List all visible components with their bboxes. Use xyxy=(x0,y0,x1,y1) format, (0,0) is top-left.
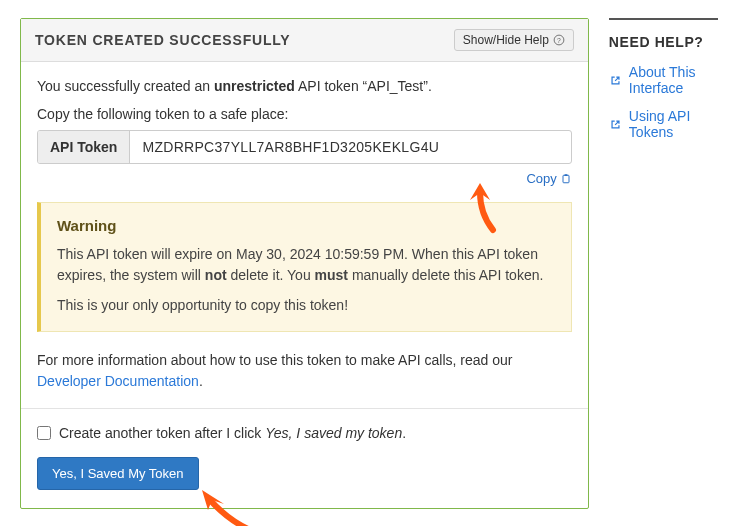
clipboard-icon xyxy=(560,173,572,185)
warning-text-1: This API token will expire on May 30, 20… xyxy=(57,244,555,285)
create-another-label[interactable]: Create another token after I click Yes, … xyxy=(59,425,406,441)
divider xyxy=(21,408,588,409)
sidebar-link-label: About This Interface xyxy=(629,64,718,96)
external-link-icon xyxy=(609,74,622,87)
external-link-icon xyxy=(609,118,622,131)
sidebar-link-about-interface[interactable]: About This Interface xyxy=(609,64,718,96)
show-hide-help-button[interactable]: Show/Hide Help ? xyxy=(454,29,574,51)
developer-documentation-link[interactable]: Developer Documentation xyxy=(37,373,199,389)
question-circle-icon: ? xyxy=(553,34,565,46)
svg-rect-3 xyxy=(564,174,567,176)
create-another-row: Create another token after I click Yes, … xyxy=(37,425,572,441)
svg-text:?: ? xyxy=(557,37,561,44)
token-label: API Token xyxy=(38,131,130,163)
yes-saved-token-button[interactable]: Yes, I Saved My Token xyxy=(37,457,199,490)
warning-heading: Warning xyxy=(57,217,555,234)
token-value[interactable]: MZDRRPC37YLL7AR8BHF1D3205KEKLG4U xyxy=(130,131,570,163)
token-created-panel: TOKEN CREATED SUCCESSFULLY Show/Hide Hel… xyxy=(20,18,589,509)
create-another-checkbox[interactable] xyxy=(37,426,51,440)
copy-instruction: Copy the following token to a safe place… xyxy=(37,106,572,122)
panel-header: TOKEN CREATED SUCCESSFULLY Show/Hide Hel… xyxy=(21,19,588,62)
sidebar-link-label: Using API Tokens xyxy=(629,108,718,140)
panel-body: You successfully created an unrestricted… xyxy=(21,62,588,508)
more-info-text: For more information about how to use th… xyxy=(37,350,572,392)
copy-link-label: Copy xyxy=(526,171,556,186)
panel-title: TOKEN CREATED SUCCESSFULLY xyxy=(35,32,290,48)
help-button-label: Show/Hide Help xyxy=(463,33,549,47)
warning-text-2: This is your only opportunity to copy th… xyxy=(57,295,555,315)
warning-box: Warning This API token will expire on Ma… xyxy=(37,202,572,332)
success-message: You successfully created an unrestricted… xyxy=(37,76,572,96)
svg-rect-2 xyxy=(563,175,569,183)
sidebar-link-using-api-tokens[interactable]: Using API Tokens xyxy=(609,108,718,140)
sidebar-heading: NEED HELP? xyxy=(609,18,718,50)
token-display: API Token MZDRRPC37YLL7AR8BHF1D3205KEKLG… xyxy=(37,130,572,164)
copy-token-link[interactable]: Copy xyxy=(526,171,571,186)
sidebar: NEED HELP? About This Interface Using AP… xyxy=(609,18,718,509)
